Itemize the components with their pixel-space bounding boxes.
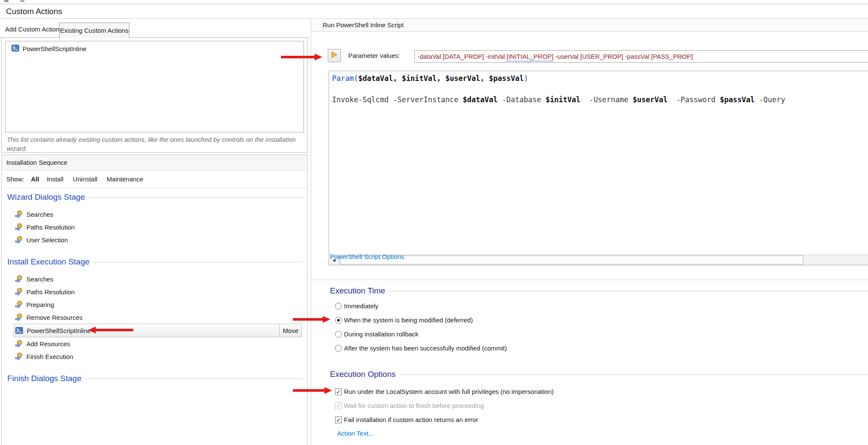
sequence-item[interactable]: Finish Execution [2,350,307,363]
page-title-bar: Custom Actions [0,4,868,19]
annotation-arrow-localsystem-option [293,387,332,394]
powershell-script-editor[interactable]: Param($dataVal, $initVal, $userVal, $pas… [329,71,868,265]
radio-label[interactable]: After the system has been successfully m… [344,345,507,352]
sequence-filter-row: Show: AllInstallUninstallMaintenance [2,170,307,188]
radio-label[interactable]: Immediately [344,302,378,310]
sequence-item[interactable]: Searches [2,208,307,221]
code-token: -Database [498,95,546,104]
filter-uninstall[interactable]: Uninstall [73,175,97,183]
heading-rule [89,197,302,198]
scrollbar-thumb[interactable] [340,256,803,264]
sequence-item[interactable]: User Selection [2,233,307,246]
execution-time-option[interactable]: During installation rollback [311,327,868,341]
custom-action-icon [15,340,23,347]
move-button[interactable]: Move [279,324,301,337]
sequence-item-label: Searches [26,276,53,283]
radio-label[interactable]: During installation rollback [344,330,418,338]
installation-sequence-group: Installation Sequence Show: AllInstallUn… [1,155,308,445]
custom-actions-window: Custom Actions Add Custom Action Existin… [0,0,868,445]
execution-time-option[interactable]: When the system is being modified (defer… [311,313,868,327]
tab-existing-custom-actions[interactable]: Existing Custom Actions [59,23,129,38]
sequence-item[interactable]: PowerShellScriptInlineMove [14,324,302,337]
sequence-item-label: Paths Resolution [26,224,74,231]
heading-rule [390,291,868,291]
play-icon [331,51,338,60]
sequence-item-label: User Selection [26,236,68,244]
execution-time-heading: Execution Time [330,285,868,296]
stage-heading: Finish Dialogs Stage [2,372,307,385]
existing-actions-note: This list contains already existing cust… [7,135,296,153]
existing-actions-list[interactable]: PowerShellScriptInline [5,41,304,132]
custom-action-icon [15,236,23,244]
radio-label[interactable]: When the system is being modified (defer… [344,316,473,324]
radio-button[interactable] [335,317,342,324]
code-token: , [437,74,445,83]
execution-option[interactable]: ✓Run under the LocalSystem account with … [311,385,868,399]
radio-button[interactable] [335,303,342,310]
filter-maintenance[interactable]: Maintenance [107,175,143,183]
checkbox-label[interactable]: Run under the LocalSystem account with f… [344,388,554,395]
installation-sequence-header: Installation Sequence [2,155,307,170]
action-text-link[interactable]: Action Text... [337,430,374,437]
code-token: , [393,74,401,83]
existing-actions-tab-page: PowerShellScriptInline This list contain… [1,37,308,153]
section-divider [311,279,868,280]
checkbox[interactable]: ✓ [335,416,342,423]
script-code-line: Param($dataVal, $initVal, $userVal, $pas… [332,73,868,84]
filter-install[interactable]: Install [47,175,63,183]
stage-title: Finish Dialogs Stage [7,374,81,383]
code-token: $passVal [489,74,524,83]
code-token: $dataVal [463,95,498,104]
stage-heading: Wizard Dialogs Stage [2,191,307,204]
execution-time-title: Execution Time [330,286,385,296]
parameter-text: -userVal [USER_PROP] -passVal [PASS_PROP… [553,53,693,60]
heading-rule [400,374,868,375]
code-token: , [480,74,489,83]
tab-add-custom-action[interactable]: Add Custom Action [5,21,60,37]
execution-options-heading: Execution Options [330,369,868,380]
sequence-item[interactable]: Remove Resources [2,311,307,324]
code-token: $dataVal [358,74,393,83]
custom-action-icon [15,288,23,296]
action-properties-title: Run PowerShell Inline Script [311,19,868,32]
checkbox[interactable]: ✓ [335,388,342,395]
code-token: $initVal [546,95,581,104]
sequence-filters: AllInstallUninstallMaintenance [31,175,153,183]
radio-button[interactable] [335,331,342,338]
sequence-item[interactable]: Preparing [2,298,307,311]
code-token: -Query [755,95,785,104]
powershell-script-options-link[interactable]: PowerShell Script Options [330,253,404,260]
execution-time-option[interactable]: After the system has been successfully m… [311,341,868,355]
window-edge-artifact [20,0,24,2]
test-run-button[interactable] [328,49,341,62]
custom-action-icon [15,275,23,283]
list-item[interactable]: PowerShellScriptInline [6,41,304,53]
sequence-item[interactable]: Paths Resolution [2,221,307,233]
code-token: $userVal [633,95,667,104]
tab-strip: Add Custom Action Existing Custom Action… [0,21,309,38]
execution-option[interactable]: ✓Wait for custom action to finish before… [311,399,868,413]
script-code-line: Invoke-Sqlcmd -ServerInstance $dataVal -… [332,95,868,105]
annotation-arrow-sequence-item [88,327,133,333]
radio-button[interactable] [335,345,342,352]
execution-option[interactable]: ✓Fail installation if custom action retu… [311,413,868,427]
installation-sequence-tree: Wizard Dialogs StageSearchesPaths Resolu… [2,188,307,385]
code-token: -Password [667,95,720,104]
code-token: $initVal [402,74,437,83]
execution-options-list: ✓Run under the LocalSystem account with … [311,385,868,427]
stage-heading: Install Execution Stage [2,256,307,268]
sequence-item[interactable]: Searches [2,273,307,285]
checkbox-label[interactable]: Fail installation if custom action retur… [344,416,478,423]
editor-horizontal-scrollbar[interactable]: ◀ [329,255,868,265]
sequence-item-label: Paths Resolution [26,288,74,296]
parameter-values-input[interactable]: -dataVal [DATA_PROP] -initVal [INITIAL_P… [414,50,868,63]
sequence-item[interactable]: Add Resources [2,337,307,350]
show-label: Show: [6,175,24,183]
script-code-line [332,84,868,95]
stage-items: SearchesPaths ResolutionPreparingRemove … [2,273,307,363]
script-code: Param($dataVal, $initVal, $userVal, $pas… [329,71,868,105]
filter-all[interactable]: All [31,175,39,183]
sequence-item[interactable]: Paths Resolution [2,285,307,298]
execution-time-option[interactable]: Immediately [311,299,868,313]
custom-action-icon [15,313,23,321]
